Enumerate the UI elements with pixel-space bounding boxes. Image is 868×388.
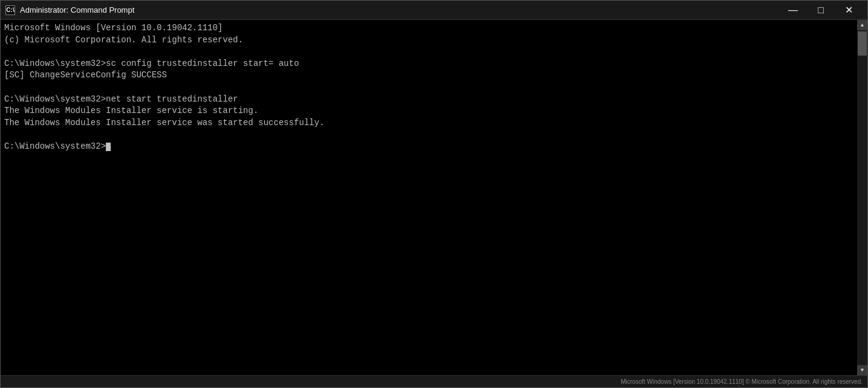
window-title: Administrator: Command Prompt bbox=[20, 5, 134, 15]
title-bar-left: C:\ Administrator: Command Prompt bbox=[5, 5, 134, 15]
cmd-window: C:\ Administrator: Command Prompt — □ ✕ … bbox=[0, 0, 868, 388]
title-bar-controls: — □ ✕ bbox=[779, 1, 863, 20]
scrollbar-track[interactable] bbox=[857, 30, 867, 365]
close-button[interactable]: ✕ bbox=[835, 1, 863, 20]
maximize-button[interactable]: □ bbox=[807, 1, 835, 20]
status-text: Microsoft Windows [Version 10.0.19042.11… bbox=[621, 378, 863, 385]
status-bar: Microsoft Windows [Version 10.0.19042.11… bbox=[1, 375, 867, 387]
terminal-output[interactable]: Microsoft Windows [Version 10.0.19042.11… bbox=[1, 20, 857, 375]
content-area: Microsoft Windows [Version 10.0.19042.11… bbox=[1, 20, 867, 375]
cursor bbox=[106, 143, 111, 151]
scrollbar-thumb[interactable] bbox=[858, 31, 867, 56]
scroll-up-arrow[interactable]: ▲ bbox=[857, 20, 867, 30]
scroll-down-arrow[interactable]: ▼ bbox=[857, 365, 867, 375]
cmd-icon: C:\ bbox=[5, 5, 15, 15]
minimize-button[interactable]: — bbox=[779, 1, 807, 20]
scrollbar: ▲ ▼ bbox=[857, 20, 867, 375]
title-bar: C:\ Administrator: Command Prompt — □ ✕ bbox=[1, 1, 867, 20]
